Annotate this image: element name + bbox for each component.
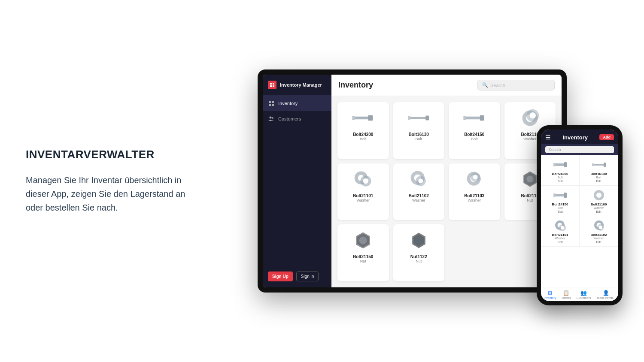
page-heading: INVENTARVERWALTER [26,148,189,161]
nav-orders-icon: 📋 [563,290,569,296]
mobile-nav-orders[interactable]: 📋 Orders [560,289,572,300]
topbar-title: Inventory [338,81,373,90]
svg-rect-16 [408,116,410,120]
washer-image [462,169,487,190]
mobile-bottom-nav: ⊞ Inventory 📋 Orders 👥 Customers 👤 Team … [541,287,618,301]
inventory-card-bolt24200[interactable]: Bolt24200 Bolt [337,102,389,159]
card-name: Nut1122 [410,254,427,259]
inventory-grid: Bolt24200 Bolt Bolt16130 [331,96,562,287]
nut-image [406,229,431,251]
signup-button[interactable]: Sign Up [268,272,293,281]
svg-point-8 [270,117,272,119]
svg-point-9 [272,117,273,119]
svg-point-59 [561,226,564,229]
svg-rect-48 [592,164,605,166]
mobile-item-edit[interactable]: Edit [557,180,562,183]
mobile-item-bolt21100[interactable]: Bolt21100 Washer Edit [580,186,618,216]
mobile-nav-team[interactable]: 👤 Team Memb... [595,289,617,300]
search-box[interactable]: 🔍 Search [477,80,555,90]
inventory-card-bolt21101[interactable]: Bolt21101 Washer [337,163,389,220]
mobile-item-type: Bolt [557,176,562,179]
svg-point-63 [599,226,602,229]
svg-point-35 [473,175,478,180]
washer-image [350,169,376,190]
mobile-item-type: Bolt [557,206,562,209]
inventory-card-bolt16130[interactable]: Bolt16130 Bolt [393,102,445,159]
svg-rect-52 [564,193,567,198]
mobile-nav-customers[interactable]: 👥 Customers [574,289,592,300]
card-name: Bolt21102 [409,193,429,198]
mobile-list: Bolt24200 Bolt Edit [541,155,618,247]
mobile-item-edit[interactable]: Edit [596,180,601,183]
card-name: Bolt21101 [353,193,373,198]
signin-button[interactable]: Sign in [296,272,319,281]
mobile-item-type: Washer [594,237,604,240]
mobile-search-area: Search [541,144,618,155]
app-logo [268,81,276,89]
mobile-item-edit[interactable]: Edit [596,210,601,213]
svg-rect-53 [553,193,556,197]
card-type: Washer [412,198,425,202]
mobile-item-name: Bolt21102 [591,233,607,237]
mobile-washer-img [592,220,606,232]
card-type: Washer [356,198,370,202]
left-section: INVENTARVERWALTER Managen Sie Ihr Invent… [26,148,206,214]
mobile-search-placeholder: Search [549,148,561,152]
washer-image [517,107,543,129]
inventory-card-bolt21150[interactable]: Bolt21150 Nut [337,224,389,281]
sidebar-bottom: Sign Up Sign in [263,265,331,287]
svg-point-31 [418,179,423,184]
tablet-sidebar-header: Inventory Manager [263,75,331,96]
page-container: INVENTARVERWALTER Managen Sie Ihr Invent… [0,0,644,362]
mobile-item-edit[interactable]: Edit [596,241,601,244]
add-button[interactable]: Add [599,134,614,140]
card-type: Bolt [415,137,422,141]
mobile-item-bolt24200[interactable]: Bolt24200 Bolt Edit [541,155,580,186]
card-type: Bolt [360,137,367,141]
svg-rect-18 [480,115,484,121]
bolt16130-image [406,107,431,129]
mobile-search-box[interactable]: Search [545,146,614,153]
card-name: Bolt24200 [353,132,373,137]
mobile-item-bolt24150[interactable]: Bolt24150 Bolt Edit [541,186,580,216]
sidebar-inventory-label: Inventory [278,101,298,106]
mobile-frame: ☰ Inventory Add Search [537,125,623,305]
mobile-bolt-img [553,159,568,171]
mobile-item-edit[interactable]: Edit [557,241,562,244]
mobile-washer-img [553,220,568,232]
mobile-item-edit[interactable]: Edit [557,210,562,213]
mobile-item-bolt21102[interactable]: Bolt21102 Washer Edit [580,216,618,247]
svg-rect-6 [269,104,271,106]
mobile-nav-inventory[interactable]: ⊞ Inventory [542,289,558,300]
inventory-card-nut1122[interactable]: Nut1122 Nut [393,224,445,281]
inventory-card-bolt21103[interactable]: Bolt21103 Washer [449,163,500,220]
card-type: Nut [360,259,366,263]
bolt24150-image [462,107,487,129]
card-type: Nut [416,259,422,263]
search-placeholder: Search [490,83,505,88]
inventory-card-bolt24150[interactable]: Bolt24150 Bolt [449,102,500,159]
card-name: Bolt2110 [521,193,539,198]
card-type: Washer [523,137,537,141]
search-icon: 🔍 [482,82,488,88]
nav-orders-label: Orders [562,296,571,299]
svg-rect-17 [464,117,482,119]
mobile-item-name: Bolt21100 [591,202,607,206]
svg-point-23 [529,112,535,118]
mobile-washer-img [592,189,606,201]
svg-rect-14 [409,117,427,119]
svg-rect-50 [592,163,594,166]
nav-inventory-label: Inventory [544,296,556,299]
tablet-main: Inventory 🔍 Search [331,75,562,287]
mobile-item-bolt16130[interactable]: Bolt16130 Bolt Edit [580,155,618,186]
svg-rect-47 [553,163,556,166]
inventory-card-bolt21102[interactable]: Bolt21102 Washer [393,163,445,220]
mobile-item-type: Bolt [596,176,601,179]
card-name: Bolt21150 [353,254,373,259]
tablet-sidebar: Inventory Manager Inventory [263,75,331,287]
mobile-item-bolt21101[interactable]: Bolt21101 Washer Edit [541,216,580,247]
sidebar-item-customers[interactable]: Customers [263,111,331,127]
card-type: Nut [527,198,533,202]
sidebar-item-inventory[interactable]: Inventory [263,96,331,111]
sidebar-title: Inventory Manager [280,82,322,87]
